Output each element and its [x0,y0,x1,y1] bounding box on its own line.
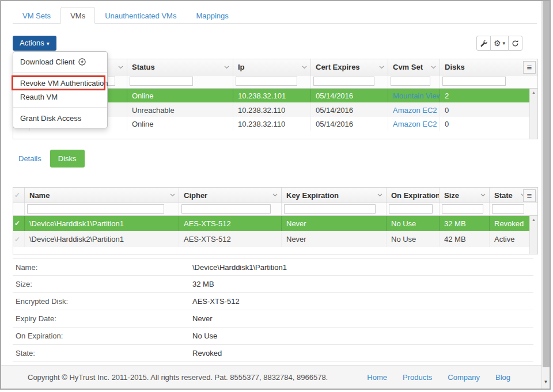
detail-row: Name: \Device\Harddisk1\Partition1 [13,258,533,276]
footer-link-company[interactable]: Company [448,373,480,382]
detail-value: Revoked [192,349,222,357]
chevron-down-icon[interactable] [118,66,123,69]
check-icon: ✓ [14,219,20,227]
tab-unauthenticated-vms[interactable]: Unauthenticated VMs [95,7,186,24]
chevron-down-icon[interactable] [431,66,436,69]
tab-vm-sets[interactable]: VM Sets [13,7,60,24]
disk-size-filter-input[interactable] [442,204,483,214]
tab-details[interactable]: Details [18,154,41,163]
cvm-set-link[interactable]: Amazon EC2 [393,120,437,128]
refresh-button[interactable] [508,36,522,51]
vm-ip-filter-input[interactable] [236,77,297,86]
chevron-down-icon[interactable] [377,193,382,197]
actions-button[interactable]: Actions▾ [13,36,56,51]
detail-label: Encrypted Disk: [13,297,192,306]
disk-row[interactable]: ✓ \Device\Harddisk2\Partition1 AES-XTS-5… [13,231,537,247]
columns-menu-icon[interactable]: ≡ [523,61,536,74]
scrollbar-thumb[interactable] [543,1,550,367]
filter-cell [440,75,529,88]
footer-link-home[interactable]: Home [367,373,387,382]
detail-label: State: [13,349,192,357]
detail-row: Expiry Date: Never [13,310,533,328]
window-scrollbar[interactable]: ▼ [541,1,550,389]
detail-row: State: Revoked [13,345,533,362]
footer-link-products[interactable]: Products [403,373,432,382]
chevron-down-icon[interactable] [480,193,486,197]
vm-header-ip[interactable]: Ip [233,59,310,75]
wrench-button[interactable] [476,36,491,51]
filter-cell [386,203,439,215]
vm-cvmset-cell: Amazon EC2 [388,117,440,131]
vm-cvmset-cell: Amazon EC2 [388,103,440,117]
column-label: Name [29,191,50,200]
disk-table: ✓ Name Cipher Key Expiration On Expirati… [13,187,538,254]
vm-cert-filter-input[interactable] [313,77,374,86]
download-circle-icon [78,58,86,66]
vm-header-status[interactable]: Status [127,59,233,75]
cvm-set-link[interactable]: Amazon EC2 [393,106,437,115]
tab-mappings[interactable]: Mappings [186,7,238,24]
detail-row: Size: 32 MB [13,276,533,293]
filter-cell [439,203,489,215]
vm-table-scrollbar[interactable]: ▲ [529,89,537,139]
menu-item-download-client[interactable]: Download Client [13,55,107,68]
menu-item-label: Download Client [20,58,75,66]
disk-cipher-filter-input[interactable] [181,204,271,214]
filter-cell [13,203,24,215]
disk-cipher-cell: AES-XTS-512 [179,231,281,247]
disk-header-key-expiration[interactable]: Key Expiration [281,188,386,203]
vm-cvmset-filter-input[interactable] [391,77,430,86]
filter-cell [310,75,388,88]
row-select-cell[interactable]: ✓ [13,216,24,231]
disk-onexp-filter-input[interactable] [389,204,433,214]
disk-size-cell: 42 MB [439,231,489,247]
disk-name-cell: \Device\Harddisk2\Partition1 [24,231,179,247]
scroll-up-icon[interactable]: ▲ [530,216,537,224]
vm-disks-cell: 0 [440,103,529,117]
vm-status-filter-input[interactable] [130,77,193,86]
chevron-down-icon[interactable] [224,66,229,69]
top-tab-bar: VM Sets VMs Unauthenticated VMs Mappings [13,7,537,24]
disk-header-select[interactable]: ✓ [13,188,24,203]
disk-header-cipher[interactable]: Cipher [179,188,281,203]
disk-name-filter-input[interactable] [27,204,164,214]
app-window: VM Sets VMs Unauthenticated VMs Mappings… [0,0,551,390]
disk-row-selected[interactable]: ✓ \Device\Harddisk1\Partition1 AES-XTS-5… [13,216,537,231]
disk-table-scrollbar[interactable]: ▲ [529,216,537,254]
scroll-down-icon[interactable]: ▼ [542,378,550,386]
disk-header-on-expiration[interactable]: On Expiration [386,188,439,203]
chevron-down-icon[interactable] [302,66,307,69]
vm-disks-filter-input[interactable] [442,77,506,86]
row-select-cell[interactable]: ✓ [13,231,24,247]
columns-menu-icon[interactable]: ≡ [523,189,536,202]
vm-cvmset-cell: Mountain View [388,89,440,102]
disk-header-size[interactable]: Size [439,188,489,203]
menu-item-grant-disk-access[interactable]: Grant Disk Access [13,111,107,125]
settings-button[interactable]: ⚙▾ [490,36,509,51]
scroll-up-icon[interactable]: ▲ [530,89,537,97]
chevron-down-icon[interactable] [272,193,278,197]
chevron-down-icon[interactable] [379,66,384,69]
column-label: Status [132,63,155,71]
disk-keyexp-cell: Never [281,231,386,247]
vm-header-cert-expires[interactable]: Cert Expires [310,59,388,75]
expiry-date-link[interactable]: Never [192,314,213,323]
chevron-down-icon[interactable] [170,193,175,197]
vm-header-cvm-set[interactable]: Cvm Set [388,59,440,75]
vm-header-disks[interactable]: Disks [440,59,529,75]
disk-keyexp-filter-input[interactable] [284,204,376,214]
disk-header-name[interactable]: Name [24,188,179,203]
menu-item-reauth-vm[interactable]: Reauth VM [13,90,107,104]
cvm-set-link[interactable]: Mountain View [393,92,440,100]
menu-item-revoke-vm-authentication[interactable]: Revoke VM Authentication [13,76,107,90]
on-expiration-link[interactable]: No Use [192,332,217,340]
vm-cert-cell: 05/14/2016 [310,117,388,131]
tab-disks[interactable]: Disks [50,150,85,168]
disk-state-filter-input[interactable] [492,204,524,214]
disk-details-panel: Name: \Device\Harddisk1\Partition1 Size:… [13,258,533,362]
column-label: State [494,191,513,200]
footer-link-blog[interactable]: Blog [495,373,510,382]
filter-cell [489,203,529,215]
detail-row: Encrypted Disk: AES-XTS-512 [13,293,533,310]
tab-vms[interactable]: VMs [60,7,95,24]
